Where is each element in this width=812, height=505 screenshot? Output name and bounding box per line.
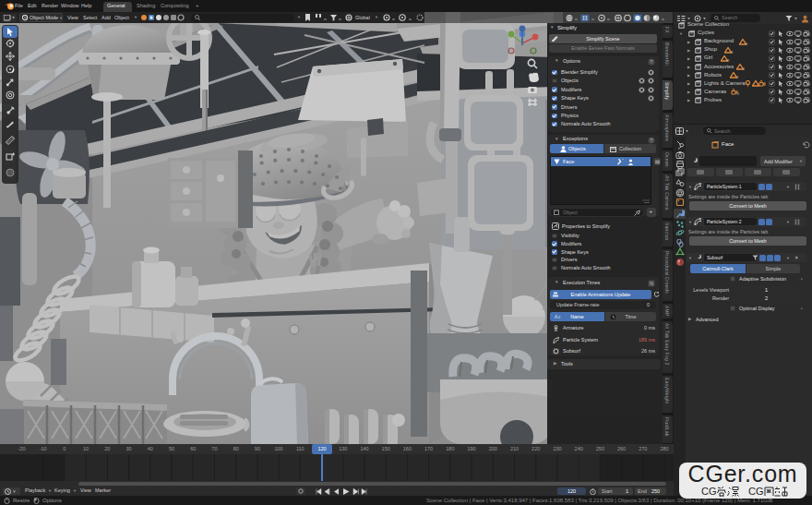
svg-text:CG: CG (748, 486, 764, 497)
svg-text:N: N (650, 281, 653, 286)
svg-text:?: ? (651, 138, 653, 143)
svg-text:?: ? (651, 59, 653, 65)
svg-text:CG: CG (701, 486, 717, 497)
